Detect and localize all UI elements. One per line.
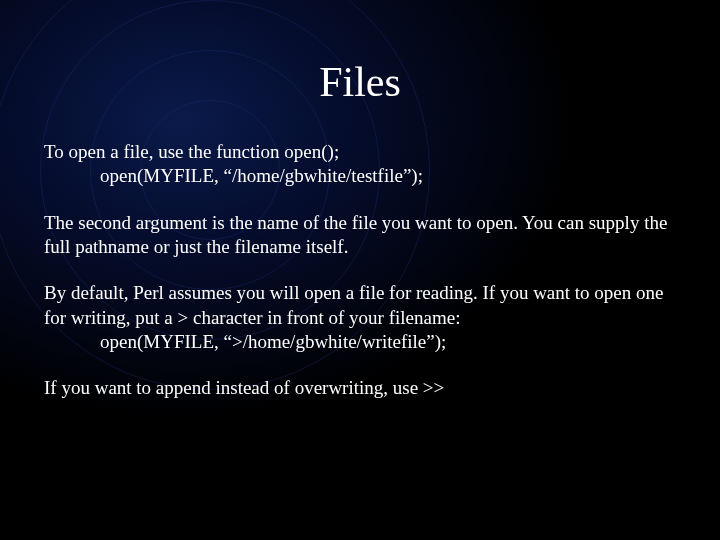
text-line: To open a file, use the function open(); (44, 141, 339, 162)
page-title: Files (44, 58, 676, 106)
slide-content: Files To open a file, use the function o… (0, 0, 720, 401)
paragraph-writing: By default, Perl assumes you will open a… (44, 281, 676, 354)
code-line: open(MYFILE, “/home/gbwhite/testfile”); (44, 164, 676, 188)
code-line: open(MYFILE, “>/home/gbwhite/writefile”)… (44, 330, 676, 354)
paragraph-append: If you want to append instead of overwri… (44, 376, 676, 400)
paragraph-open-intro: To open a file, use the function open();… (44, 140, 676, 189)
text-line: By default, Perl assumes you will open a… (44, 282, 663, 327)
paragraph-second-arg: The second argument is the name of the f… (44, 211, 676, 260)
